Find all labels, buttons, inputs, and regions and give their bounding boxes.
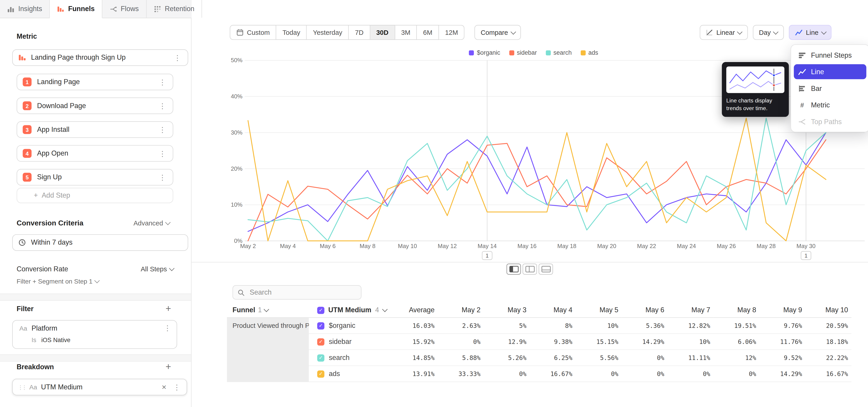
- table-row-label-organic[interactable]: ✓$organic: [309, 318, 388, 334]
- range-label: 6M: [423, 29, 432, 36]
- breakdown-column-header[interactable]: ✓UTM Medium4: [309, 303, 388, 318]
- close-icon[interactable]: ✕: [160, 383, 168, 391]
- column-header-may-7[interactable]: May 7: [668, 303, 713, 318]
- chevron-down-icon: [264, 307, 269, 312]
- layout-split-vertical-button[interactable]: [523, 264, 537, 275]
- menu-item-funnel-steps[interactable]: Funnel Steps: [794, 48, 866, 63]
- funnel-step-app-open[interactable]: 4App Open⋮: [17, 145, 173, 162]
- section-divider: [0, 293, 191, 301]
- funnel-definition-card[interactable]: Landing Page through Sign Up ⋮: [12, 49, 188, 66]
- all-steps-dropdown[interactable]: All Steps: [141, 265, 173, 273]
- filter-value[interactable]: iOS Native: [41, 337, 70, 343]
- row-checkbox[interactable]: ✓: [317, 370, 324, 377]
- funnel-column-header[interactable]: Funnel1: [227, 303, 309, 318]
- column-header-may-2[interactable]: May 2: [438, 303, 484, 318]
- column-header-may-6[interactable]: May 6: [622, 303, 668, 318]
- kebab-menu-icon[interactable]: ⋮: [158, 126, 167, 133]
- funnel-step-landing-page[interactable]: 1Landing Page⋮: [17, 74, 173, 90]
- chevron-down-icon: [773, 29, 778, 34]
- add-filter-button[interactable]: +: [165, 304, 171, 313]
- filter-section-title: Filter: [17, 305, 33, 313]
- breakdown-utm-card[interactable]: ⋮⋮ Aa UTM Medium ✕ ⋮: [12, 379, 187, 395]
- row-label: $organic: [329, 322, 355, 330]
- compare-button[interactable]: Compare: [475, 25, 521, 40]
- chart-type-line-button[interactable]: Line: [789, 25, 831, 40]
- kebab-menu-icon[interactable]: ⋮: [158, 174, 167, 181]
- table-row-label-search[interactable]: ✓search: [309, 350, 388, 366]
- yesterday-button[interactable]: Yesterday: [307, 25, 349, 40]
- menu-item-line[interactable]: Line: [794, 64, 866, 79]
- table-cell: 2.63%: [438, 318, 484, 334]
- row-label: search: [329, 354, 350, 362]
- kebab-menu-icon[interactable]: ⋮: [158, 79, 167, 86]
- kebab-menu-icon[interactable]: ⋮: [158, 102, 167, 109]
- column-header-may-5[interactable]: May 5: [576, 303, 622, 318]
- table-cell: 5%: [484, 318, 530, 334]
- funnel-step-app-install[interactable]: 3App Install⋮: [17, 121, 173, 138]
- content-divider: [191, 262, 868, 262]
- svg-text:May 6: May 6: [320, 243, 336, 249]
- range-7d-button[interactable]: 7D: [349, 25, 370, 40]
- legend-item-ads[interactable]: ads: [581, 49, 598, 56]
- row-checkbox[interactable]: ✓: [317, 322, 324, 329]
- menu-item-label: Top Paths: [811, 118, 842, 125]
- column-header-may-8[interactable]: May 8: [714, 303, 760, 318]
- filter-platform-card[interactable]: Aa Platform ⋮ Is iOS Native: [12, 320, 177, 349]
- svg-text:May 28: May 28: [756, 243, 776, 249]
- menu-item-metric[interactable]: #Metric: [794, 97, 866, 113]
- funnels-icon: [57, 5, 64, 12]
- table-cell: 6.06%: [714, 334, 760, 350]
- layout-split-left-button[interactable]: [506, 264, 521, 275]
- filter-segment-dropdown[interactable]: Filter + Segment on Step 1: [17, 278, 99, 284]
- interval-day-button[interactable]: Day: [753, 25, 784, 40]
- row-label: sidebar: [329, 338, 351, 345]
- column-header-may-9[interactable]: May 9: [760, 303, 805, 318]
- kebab-menu-icon[interactable]: ⋮: [172, 383, 182, 391]
- menu-item-label: Bar: [811, 84, 822, 92]
- add-breakdown-button[interactable]: +: [165, 362, 171, 372]
- advanced-dropdown[interactable]: Advanced: [133, 219, 169, 227]
- tab-insights[interactable]: Insights: [0, 0, 50, 18]
- custom-date-button[interactable]: Custom: [230, 25, 276, 40]
- column-header-may-10[interactable]: May 10: [805, 303, 851, 318]
- funnel-step-sign-up[interactable]: 5Sign Up⋮: [17, 169, 173, 185]
- layout-split-bottom-button[interactable]: [539, 264, 553, 275]
- tab-flows[interactable]: Flows: [102, 0, 147, 18]
- kebab-menu-icon[interactable]: ⋮: [163, 324, 172, 332]
- operator-label[interactable]: Is: [32, 337, 36, 343]
- funnel-step-download-page[interactable]: 2Download Page⋮: [17, 97, 173, 114]
- tab-funnels[interactable]: Funnels: [50, 0, 102, 18]
- legend-item-organic[interactable]: $organic: [469, 49, 500, 56]
- svg-text:May 20: May 20: [597, 243, 616, 249]
- legend-item-search[interactable]: search: [546, 49, 572, 56]
- column-header-may-4[interactable]: May 4: [530, 303, 576, 318]
- range-label: 7D: [355, 29, 364, 36]
- table-row-label-sidebar[interactable]: ✓sidebar: [309, 334, 388, 350]
- linear-scale-button[interactable]: Linear: [700, 25, 748, 40]
- tab-retention[interactable]: Retention: [147, 0, 202, 18]
- column-header-average[interactable]: Average: [388, 303, 438, 318]
- range-30d-button[interactable]: 30D: [370, 25, 395, 40]
- event-cell[interactable]: Product Viewed through P...: [227, 318, 309, 382]
- table-cell: 6.25%: [530, 350, 576, 366]
- conversion-window[interactable]: Within 7 days: [12, 234, 188, 251]
- table-row-label-ads[interactable]: ✓ads: [309, 366, 388, 382]
- insights-icon: [7, 5, 14, 12]
- kebab-menu-icon[interactable]: ⋮: [158, 150, 167, 157]
- table-cell: 0%: [438, 334, 484, 350]
- menu-item-bar[interactable]: Bar: [794, 81, 866, 96]
- range-12m-button[interactable]: 12M: [439, 25, 465, 40]
- today-button[interactable]: Today: [276, 25, 307, 40]
- select-all-checkbox[interactable]: ✓: [317, 307, 324, 314]
- drag-handle-icon[interactable]: ⋮⋮: [18, 384, 25, 390]
- add-step-button[interactable]: + Add Step: [17, 188, 173, 203]
- legend-item-sidebar[interactable]: sidebar: [509, 49, 537, 56]
- kebab-menu-icon[interactable]: ⋮: [173, 54, 182, 61]
- range-6m-button[interactable]: 6M: [417, 25, 439, 40]
- column-header-may-3[interactable]: May 3: [484, 303, 530, 318]
- row-checkbox[interactable]: ✓: [317, 338, 324, 345]
- row-checkbox[interactable]: ✓: [317, 354, 324, 361]
- range-3m-button[interactable]: 3M: [395, 25, 417, 40]
- search-input[interactable]: [249, 288, 357, 296]
- table-cell: 5.56%: [576, 350, 622, 366]
